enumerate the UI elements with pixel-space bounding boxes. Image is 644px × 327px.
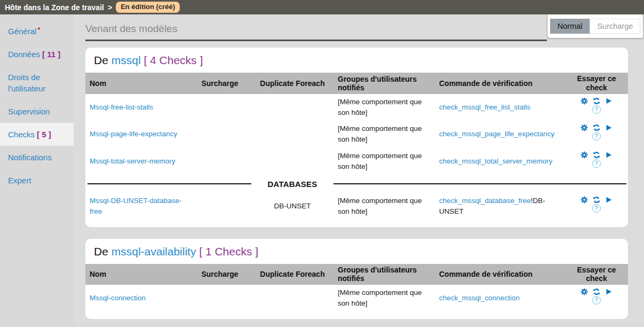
sidebar-item-supervision[interactable]: Supervision [0, 100, 74, 123]
breadcrumb-separator: > [108, 3, 112, 12]
panels-container: De mssql [ 4 Checks ] Nom Surcharge Dupl… [74, 42, 644, 319]
surcharge-value [188, 160, 251, 163]
gear-icon[interactable] [581, 124, 588, 131]
help-icon[interactable]: ? [592, 159, 601, 168]
sidebar-item-expert[interactable]: Expert [0, 169, 74, 192]
duplicate-value [251, 106, 333, 109]
sidebar-item-label: Données [8, 50, 40, 59]
col-duplicate-foreach: Duplicate Foreach [251, 268, 333, 280]
breadcrumb[interactable]: Hôte dans la Zone de travail [5, 3, 104, 12]
surcharge-value [188, 133, 251, 136]
duplicate-value [251, 297, 333, 300]
sync-gear-icon[interactable] [593, 151, 600, 159]
table-row: Mssql-total-server-memory [Même comporte… [85, 148, 628, 175]
sidebar-item-notifications[interactable]: Notifications [0, 146, 74, 169]
table-row: Mssql-connection [Même comportement que … [85, 285, 628, 312]
col-commande: Commande de vérification [435, 77, 565, 89]
sync-gear-icon[interactable] [593, 196, 600, 204]
check-name-link[interactable]: Mssql-total-server-memory [90, 157, 176, 165]
gear-icon[interactable] [581, 196, 588, 204]
separator-line [88, 183, 251, 184]
check-command-link[interactable]: check_mssql_page_life_expectancy [439, 130, 554, 138]
sidebar-item-label: Expert [8, 176, 31, 185]
check-name-link[interactable]: Mssql-connection [90, 294, 146, 302]
play-icon[interactable] [605, 124, 613, 131]
checks-count: [ 1 Checks ] [199, 245, 258, 258]
databases-separator: DATABASES [85, 175, 628, 193]
play-icon[interactable] [605, 196, 613, 204]
gear-icon[interactable] [581, 97, 588, 105]
separator-line [333, 183, 626, 184]
sync-gear-icon[interactable] [593, 124, 600, 131]
sidebar-item-label: Supervision [8, 107, 50, 116]
check-command-link[interactable]: check_mssql_free_list_stalls [439, 103, 530, 111]
surcharge-value [188, 297, 251, 300]
display-mode-toggle: Normal Surcharge [547, 14, 643, 38]
play-icon[interactable] [605, 151, 613, 159]
check-name-link[interactable]: Mssql-DB-UNSET-database-free [90, 197, 182, 215]
sidebar-item-label: Droits de l'utilisateur [8, 73, 45, 93]
topbar: Hôte dans la Zone de travail > En éditio… [0, 0, 644, 14]
sync-gear-icon[interactable] [593, 288, 600, 295]
sidebar-item-label: Checks [8, 130, 35, 139]
col-essayer-check: Essayer ce check [565, 73, 628, 94]
col-nom: Nom [85, 268, 188, 280]
check-command-link[interactable]: check_mssql_total_server_memory [439, 157, 552, 165]
sidebar-item-droits-utilisateur[interactable]: Droits de l'utilisateur [0, 66, 74, 100]
template-panel-mssql-availability: De mssql-availability [ 1 Checks ] Nom S… [85, 239, 628, 319]
help-icon[interactable]: ? [592, 204, 601, 213]
notified-groups-value: [Même comportement que son hôte] [333, 95, 435, 120]
toggle-normal-button[interactable]: Normal [550, 19, 590, 34]
panel-title-prefix: De [94, 54, 108, 66]
panel-title: De mssql [ 4 Checks ] [85, 48, 628, 73]
gear-icon[interactable] [581, 288, 588, 295]
item-count-badge: [ 11 ] [42, 50, 60, 59]
col-surcharge: Surcharge [188, 77, 251, 89]
help-icon[interactable]: ? [592, 132, 601, 141]
table-header: Nom Surcharge Duplicate Foreach Groupes … [85, 264, 628, 285]
col-essayer-check: Essayer ce check [565, 264, 628, 285]
surcharge-value [188, 205, 251, 208]
table-row: Mssql-DB-UNSET-database-free DB-UNSET [M… [85, 193, 628, 220]
check-name-link[interactable]: Mssql-free-list-stalls [90, 103, 153, 111]
sync-gear-icon[interactable] [593, 97, 600, 105]
toggle-surcharge-button[interactable]: Surcharge [590, 19, 640, 34]
duplicate-value [251, 160, 333, 163]
col-nom: Nom [85, 77, 188, 89]
notified-groups-value: [Même comportement que son hôte] [333, 194, 435, 219]
checks-count: [ 4 Checks ] [144, 54, 203, 66]
item-count-badge: [ 5 ] [37, 130, 51, 139]
col-groupes-notifies: Groupes d'utilisateurs notifiés [333, 73, 435, 94]
help-icon[interactable]: ? [592, 296, 601, 305]
help-icon[interactable]: ? [592, 105, 601, 114]
template-link[interactable]: mssql-availability [112, 245, 196, 258]
gear-icon[interactable] [581, 151, 588, 159]
main-content: Venant des modèles Normal Surcharge De m… [74, 14, 644, 327]
table-row: Mssql-page-life-expectancy [Même comport… [85, 121, 628, 148]
sidebar-item-general[interactable]: Général* [0, 20, 74, 43]
play-icon[interactable] [605, 288, 613, 295]
section-underline [85, 40, 547, 41]
table-row: Mssql-free-list-stalls [Même comportemen… [85, 94, 628, 121]
sidebar-item-donnees[interactable]: Données[ 11 ] [0, 43, 74, 66]
sidebar-item-label: Notifications [8, 153, 52, 162]
panel-title: De mssql-availability [ 1 Checks ] [85, 239, 628, 264]
play-icon[interactable] [605, 97, 613, 105]
template-link[interactable]: mssql [112, 54, 141, 66]
check-command-link[interactable]: check_mssql_database_free [439, 197, 531, 205]
col-commande: Commande de vérification [435, 268, 565, 280]
notified-groups-value: [Même comportement que son hôte] [333, 149, 435, 174]
template-panel-mssql: De mssql [ 4 Checks ] Nom Surcharge Dupl… [85, 48, 628, 227]
col-duplicate-foreach: Duplicate Foreach [251, 77, 333, 89]
check-name-link[interactable]: Mssql-page-life-expectancy [90, 130, 177, 138]
sidebar-item-label: Général [8, 27, 36, 36]
status-badge: En édition (créé) [116, 2, 180, 13]
check-command-link[interactable]: check_mssql_connection [439, 294, 520, 302]
surcharge-value [188, 106, 251, 109]
col-groupes-notifies: Groupes d'utilisateurs notifiés [333, 264, 435, 284]
sidebar-item-checks[interactable]: Checks[ 5 ] [0, 123, 74, 146]
panel-title-prefix: De [94, 245, 108, 258]
notified-groups-value: [Même comportement que son hôte] [333, 286, 435, 311]
duplicate-value [251, 133, 333, 136]
table-header: Nom Surcharge Duplicate Foreach Groupes … [85, 73, 628, 94]
